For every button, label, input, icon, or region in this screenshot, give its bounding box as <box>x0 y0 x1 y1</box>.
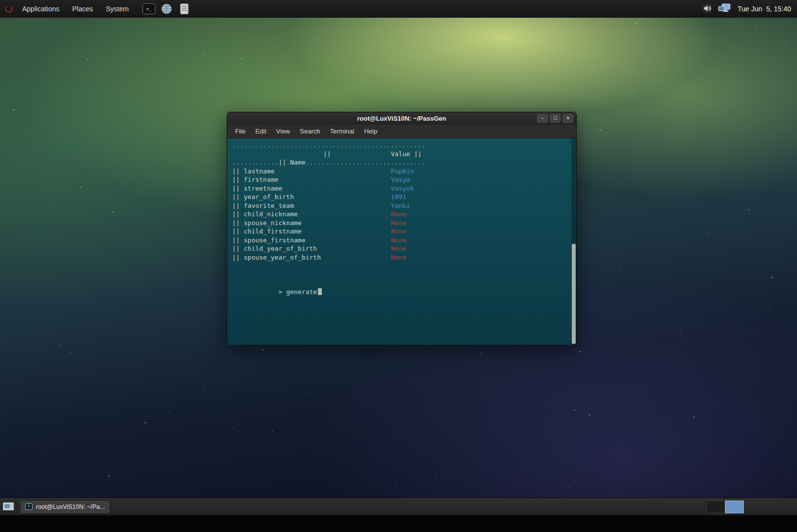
taskbar-task-label: root@LuxViS10N: ~/Pa... <box>36 503 105 510</box>
table-row: || child_year_of_birthNone <box>232 244 576 253</box>
row-name: || firstname <box>232 176 278 183</box>
window-menubar: File Edit View Search Terminal Help <box>227 125 576 138</box>
terminal[interactable]: ........................................… <box>227 138 576 345</box>
archive-icon[interactable] <box>177 2 191 16</box>
table-row: || firstnameVasya <box>232 175 576 184</box>
row-value: None <box>391 244 406 253</box>
table-border-top: ........................................… <box>232 141 576 150</box>
panel-launchers: >_ <box>142 2 191 16</box>
row-name: || child_firstname <box>232 228 302 235</box>
menu-view[interactable]: View <box>271 125 295 138</box>
row-name: || spouse_year_of_birth <box>232 254 321 261</box>
table-row: || spouse_firstnameNone <box>232 236 576 245</box>
table-row: || spouse_nicknameNone <box>232 219 576 228</box>
text-cursor <box>318 288 322 295</box>
terminal-icon: > <box>25 503 33 510</box>
displays-icon[interactable] <box>718 3 731 15</box>
row-value: None <box>391 236 406 245</box>
panel-status-area: Tue Jun 5, 15:40 <box>702 3 797 15</box>
volume-icon[interactable] <box>702 3 713 15</box>
row-value: None <box>391 227 406 236</box>
menu-help[interactable]: Help <box>359 125 382 138</box>
table-border-mid: ........................................… <box>232 158 576 167</box>
row-name: || spouse_firstname <box>232 236 306 244</box>
menu-search[interactable]: Search <box>295 125 325 138</box>
minimize-button[interactable]: ─ <box>537 114 548 123</box>
show-desktop-button[interactable] <box>0 499 17 514</box>
row-value: None <box>391 253 406 262</box>
table-row: || spouse_year_of_birthNone <box>232 253 576 262</box>
applications-menu[interactable]: Applications <box>16 0 66 18</box>
distro-logo-icon[interactable] <box>4 4 14 14</box>
window-title: root@LuxViS10N: ~/PassGen <box>357 115 446 122</box>
table-row: || streetnameVasyok <box>232 184 576 193</box>
row-value: Pupkin <box>391 167 414 176</box>
workspace-1[interactable] <box>706 500 725 513</box>
row-name: || child_year_of_birth <box>232 245 317 252</box>
menu-terminal[interactable]: Terminal <box>325 125 359 138</box>
close-button[interactable]: ✕ <box>563 114 573 123</box>
table-rows: || lastnamePupkin|| firstnameVasya|| str… <box>232 167 576 262</box>
table-row: || year_of_birth1991 <box>232 193 576 201</box>
scrollbar[interactable] <box>571 138 576 345</box>
row-value: Vasyok <box>391 184 414 193</box>
row-name: || child_nickname <box>232 210 298 218</box>
row-value: Vasya <box>391 175 410 184</box>
table-row: || favorite_teamYanki <box>232 201 576 210</box>
row-name: || favorite_team <box>232 202 294 209</box>
scrollbar-thumb[interactable] <box>572 244 576 344</box>
terminal-output: ........................................… <box>227 138 576 288</box>
clock[interactable]: Tue Jun 5, 15:40 <box>736 5 793 13</box>
screen: Applications Places System >_ <box>0 0 797 532</box>
maximize-button[interactable]: ☐ <box>550 114 560 123</box>
places-menu[interactable]: Places <box>66 0 100 18</box>
workspace-switcher <box>706 500 744 513</box>
table-row: || child_nicknameNone <box>232 210 576 219</box>
table-row: || child_firstnameNone <box>232 227 576 236</box>
system-menu[interactable]: System <box>100 0 136 18</box>
row-value: None <box>391 210 406 219</box>
row-name: || lastname <box>232 167 275 175</box>
prompt-text: > generate <box>278 288 317 296</box>
desktop[interactable]: root@LuxViS10N: ~/PassGen ─ ☐ ✕ File Edi… <box>0 18 797 498</box>
window-controls: ─ ☐ ✕ <box>537 114 573 123</box>
menu-edit[interactable]: Edit <box>250 125 271 138</box>
row-name: || spouse_nickname <box>232 219 302 227</box>
table-row: || lastnamePupkin <box>232 167 576 176</box>
window-titlebar[interactable]: root@LuxViS10N: ~/PassGen ─ ☐ ✕ <box>227 112 576 125</box>
row-value: 1991 <box>391 193 406 201</box>
row-value: None <box>391 219 406 228</box>
taskbar: > root@LuxViS10N: ~/Pa... <box>0 498 797 515</box>
blank-line <box>232 262 576 270</box>
terminal-window: root@LuxViS10N: ~/PassGen ─ ☐ ✕ File Edi… <box>227 112 577 345</box>
terminal-launcher-icon[interactable]: >_ <box>142 2 156 16</box>
top-panel: Applications Places System >_ <box>0 0 797 18</box>
blank-line <box>232 270 576 279</box>
table-header: || Name || Value || <box>232 150 576 159</box>
header-separator: || <box>323 150 331 159</box>
browser-globe-icon[interactable] <box>160 2 173 16</box>
prompt-line: > generate <box>232 279 576 288</box>
menu-file[interactable]: File <box>230 125 250 138</box>
workspace-2-active[interactable] <box>725 500 744 513</box>
taskbar-task-terminal[interactable]: > root@LuxViS10N: ~/Pa... <box>20 500 110 514</box>
header-value-col: Value || <box>391 150 422 159</box>
row-name: || streetname <box>232 185 282 192</box>
bottom-strip <box>0 515 797 532</box>
row-value: Yanki <box>391 201 410 210</box>
row-name: || year_of_birth <box>232 193 294 200</box>
